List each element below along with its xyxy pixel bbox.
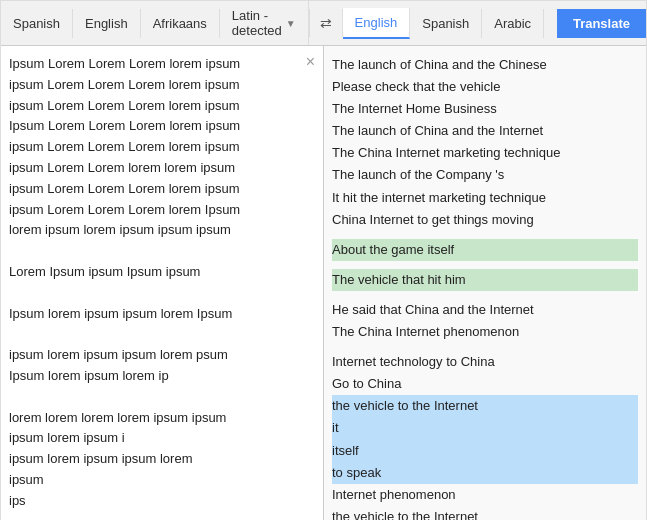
translated-line-vehicle-internet: the vehicle to the Internet — [332, 395, 638, 417]
toolbar: Spanish English Afrikaans Latin - detect… — [1, 1, 646, 46]
source-textarea[interactable]: Ipsum Lorem Lorem Lorem lorem ipsum ipsu… — [9, 54, 315, 514]
source-panel: × Ipsum Lorem Lorem Lorem lorem ipsum ip… — [1, 46, 324, 520]
translator-app: Spanish English Afrikaans Latin - detect… — [0, 0, 647, 520]
translated-line: He said that China and the Internet — [332, 299, 638, 321]
translated-line: The Internet Home Business — [332, 98, 638, 120]
translated-line-to-speak: to speak — [332, 462, 638, 484]
translated-line: Internet phenomenon — [332, 484, 638, 506]
detected-label: Latin - detected — [232, 8, 282, 38]
tab-spanish-source[interactable]: Spanish — [1, 9, 73, 38]
empty-line — [332, 343, 638, 351]
translated-line-itself: itself — [332, 440, 638, 462]
translated-line: The launch of China and the Chinese — [332, 54, 638, 76]
translated-content: The launch of China and the Chinese Plea… — [332, 54, 638, 520]
main-panels: × Ipsum Lorem Lorem Lorem lorem ipsum ip… — [1, 46, 646, 520]
translated-line-about-game: About the game itself — [332, 239, 638, 261]
translate-button[interactable]: Translate — [557, 9, 646, 38]
translated-line: The launch of the Company 's — [332, 164, 638, 186]
tab-arabic-target[interactable]: Arabic — [482, 9, 544, 38]
empty-line — [332, 261, 638, 269]
tab-afrikaans-source[interactable]: Afrikaans — [141, 9, 220, 38]
tab-latin-detected[interactable]: Latin - detected ▼ — [220, 1, 309, 45]
target-language-tabs: English Spanish Arabic Translate — [343, 8, 646, 39]
tab-english-source[interactable]: English — [73, 9, 141, 38]
empty-line — [332, 291, 638, 299]
translated-line: The China Internet marketing technique — [332, 142, 638, 164]
source-language-tabs: Spanish English Afrikaans Latin - detect… — [1, 1, 309, 45]
translated-line: China Internet to get things moving — [332, 209, 638, 231]
translated-line: Please check that the vehicle — [332, 76, 638, 98]
empty-line — [332, 231, 638, 239]
translated-line-it: it — [332, 417, 638, 439]
translated-line: The launch of China and the Internet — [332, 120, 638, 142]
translated-line: Internet technology to China — [332, 351, 638, 373]
translated-panel: The launch of China and the Chinese Plea… — [324, 46, 646, 520]
translated-line: the vehicle to the Internet — [332, 506, 638, 520]
translated-line: The China Internet phenomenon — [332, 321, 638, 343]
translated-line: It hit the internet marketing technique — [332, 187, 638, 209]
tab-spanish-target[interactable]: Spanish — [410, 9, 482, 38]
tab-english-target[interactable]: English — [343, 8, 411, 39]
translated-line: Go to China — [332, 373, 638, 395]
translated-line-vehicle: The vehicle that hit him — [332, 269, 638, 291]
clear-button[interactable]: × — [306, 54, 315, 70]
swap-languages-button[interactable]: ⇄ — [309, 9, 343, 37]
detected-arrow-icon: ▼ — [286, 18, 296, 29]
